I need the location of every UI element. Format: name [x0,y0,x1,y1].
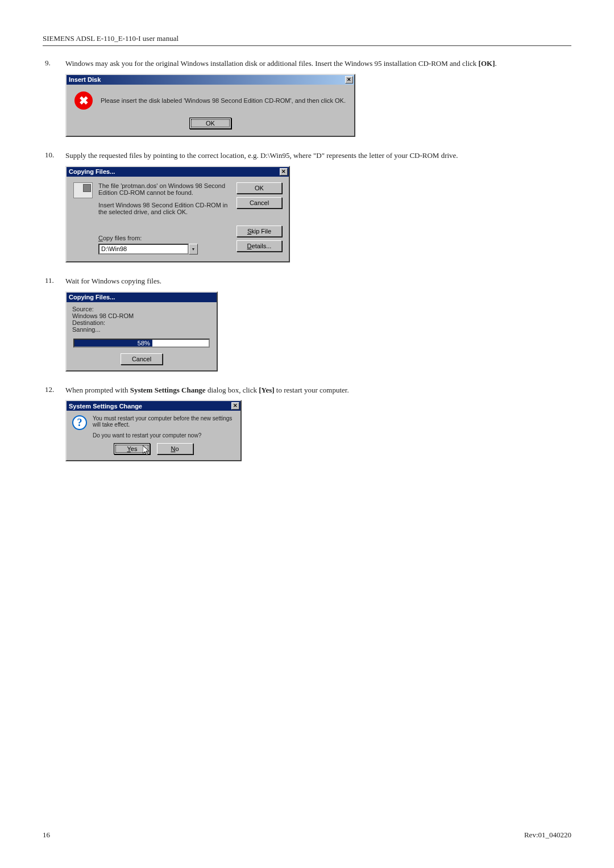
error-icon: ✖ [74,91,93,110]
ok-button[interactable]: OK [189,118,231,129]
dialog-message: You must restart your computer before th… [93,415,235,428]
step-number: 10. [43,151,65,270]
dialog-titlebar: Copying Files... [67,293,217,302]
txt-bold: [OK] [479,59,495,68]
system-settings-change-dialog: System Settings Change ✕ ? You must rest… [65,400,242,461]
close-icon[interactable]: ✕ [280,168,288,176]
dialog-buttons: OK Cancel Skip File Details... [237,182,282,254]
spacer [237,212,282,222]
dialog-title: Copying Files... [69,168,115,175]
chevron-down-icon[interactable]: ▼ [189,244,198,254]
step-12: 12. When prompted with System Settings C… [43,385,571,470]
dialog-title: Insert Disk [69,76,101,83]
dialog-footer: OK [67,116,354,136]
txt-bold: System Settings Change [130,386,206,394]
dialog-message: The file 'protman.dos' on Windows 98 Sec… [98,182,231,196]
no-button[interactable]: No [157,443,193,454]
dialog-message: Do you want to restart your computer now… [93,432,235,439]
dialog-message-wrap: You must restart your computer before th… [93,415,235,439]
details-button[interactable]: Details... [237,240,282,252]
step-10: 10. Supply the requested files by pointi… [43,151,571,270]
question-icon: ? [72,415,87,430]
page-header: SIEMENS ADSL E-110_E-110-I user manual [43,34,571,46]
dialog-titlebar: System Settings Change ✕ [67,401,240,411]
step-number: 11. [43,276,65,379]
step-text: Supply the requested files by pointing t… [65,151,571,161]
page-number: 16 [43,831,50,840]
revision: Rev:01_040220 [524,831,571,840]
dialog-body: ? You must restart your computer before … [67,411,240,441]
destination-label: Destination: [72,319,211,326]
copying-files-dialog-2: Copying Files... Source: Windows 98 CD-R… [65,291,218,372]
step-text: Windows may ask you for the original Win… [65,59,571,69]
progress-fill: 58% [74,340,152,347]
insert-disk-dialog: Insert Disk ✕ ✖ Please insert the disk l… [65,74,355,137]
close-icon[interactable]: ✕ [231,402,239,410]
copying-files-dialog-1: Copying Files... ✕ The file 'protman.dos… [65,166,290,262]
dialog-body: ✖ Please insert the disk labeled 'Window… [67,85,354,116]
dialog-body: The file 'protman.dos' on Windows 98 Sec… [67,177,289,261]
dialog-title: System Settings Change [69,403,142,410]
step-9: 9. Windows may ask you for the original … [43,59,571,145]
step-text: When prompted with System Settings Chang… [65,385,571,396]
svg-marker-0 [143,445,149,455]
dialog-message: Insert Windows 98 Second Edition CD-ROM … [98,202,231,215]
step-number: 12. [43,385,65,470]
txt: When prompted with [65,386,130,394]
source-label: Source: [72,306,211,312]
dialog-footer: Cancel [72,353,211,365]
dialog-titlebar: Insert Disk ✕ [67,75,354,85]
copy-from-combo[interactable]: ▼ [98,244,198,254]
source-value: Windows 98 CD-ROM [72,312,211,319]
ok-button[interactable]: OK [237,182,282,194]
step-number: 9. [43,59,65,145]
dialog-titlebar: Copying Files... ✕ [67,167,289,177]
copy-from-label: Copy files from: [98,235,231,241]
destination-value: Sanning... [72,326,211,333]
progress-bar: 58% [73,339,210,348]
dialog-footer: Yes No [67,441,240,460]
cursor-icon [143,445,150,456]
txt: . [495,59,496,68]
step-11: 11. Wait for Windows copying files. Copy… [43,276,571,379]
step-text: Wait for Windows copying files. [65,276,571,287]
txt: Windows may ask you for the original Win… [65,59,479,68]
txt-bold: [Yes] [259,386,274,394]
txt: to restart your computer. [275,386,349,394]
page-footer: 16 Rev:01_040220 [43,831,571,840]
close-icon[interactable]: ✕ [345,76,353,84]
dialog-title: Copying Files... [69,294,115,301]
skip-file-button[interactable]: Skip File [237,226,282,237]
cancel-button[interactable]: Cancel [237,197,282,208]
dialog-mid: The file 'protman.dos' on Windows 98 Sec… [98,182,237,254]
cancel-button[interactable]: Cancel [121,353,163,365]
txt: dialog box, click [206,386,259,394]
copy-from-input[interactable] [98,244,189,254]
dialog-body: Source: Windows 98 CD-ROM Destination: S… [67,302,217,370]
dialog-message: Please insert the disk labeled 'Windows … [101,97,346,104]
install-icon [73,182,93,198]
